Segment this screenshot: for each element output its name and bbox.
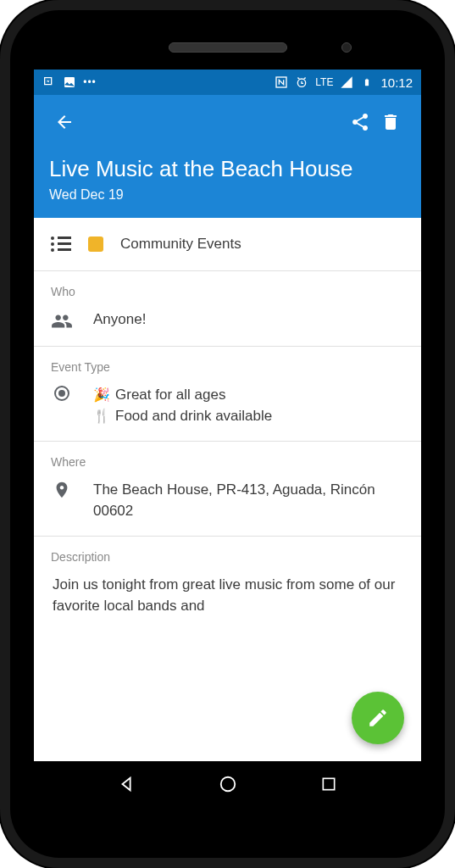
event-date: Wed Dec 19 [49,187,406,203]
network-label: LTE [315,76,333,88]
event-type-row: Event Type 🎉Great for all ages 🍴Food and… [34,347,421,442]
location-icon [51,479,73,499]
battery-icon [360,75,374,89]
description-value: Join us tonight from great live music fr… [51,574,404,617]
delete-button[interactable] [375,107,406,137]
who-value: Anyone! [93,309,404,331]
category-color [88,236,103,252]
list-icon [51,236,71,252]
nav-recent-button[interactable] [318,773,340,795]
where-row[interactable]: Where The Beach House, PR-413, Aguada, R… [34,442,421,537]
trash-icon [380,112,401,132]
square-recent-icon [320,776,337,793]
where-value: The Beach House, PR-413, Aguada, Rincón … [93,479,404,522]
nfc-icon [275,75,288,89]
description-heading: Description [51,550,404,564]
more-icon: ••• [83,75,97,89]
status-time: 10:12 [380,75,413,90]
event-type-values: 🎉Great for all ages 🍴Food and drink avai… [93,384,404,427]
svg-rect-4 [367,79,369,80]
back-button[interactable] [49,107,80,137]
status-bar: ••• LTE 10:12 [34,70,421,95]
where-heading: Where [51,455,404,469]
app-bar: Live Music at the Beach House Wed Dec 19 [34,95,421,218]
category-label: Community Events [120,233,404,255]
who-heading: Who [51,285,404,298]
nav-home-button[interactable] [217,773,239,795]
signal-icon [340,75,353,89]
category-row[interactable]: Community Events [34,218,421,271]
people-icon [51,309,73,332]
phone-speaker [169,42,287,53]
phone-frame: ••• LTE 10:12 [0,0,455,868]
arrow-back-icon [54,112,75,132]
svg-point-5 [220,777,235,792]
party-icon: 🎉 [93,387,110,402]
nav-bar [34,761,421,807]
event-title: Live Music at the Beach House [49,156,406,182]
svg-rect-6 [323,778,334,789]
share-button[interactable] [345,107,375,137]
phone-camera [341,42,352,53]
image-icon [63,75,76,89]
edit-fab[interactable] [352,692,404,744]
event-type-line2: Food and drink available [115,408,272,424]
description-row: Description Join us tonight from great l… [34,537,421,631]
nav-back-button[interactable] [116,773,138,795]
pencil-icon [367,707,389,729]
svg-rect-3 [365,80,369,86]
screen: ••• LTE 10:12 [34,70,421,807]
share-icon [350,112,370,132]
who-row: Who Anyone! [34,271,421,347]
radio-icon [51,384,73,401]
content-area: Community Events Who Anyone! Event Type [34,218,421,761]
cutlery-icon: 🍴 [93,409,110,423]
alarm-icon [295,75,308,89]
sync-icon [42,75,56,89]
event-type-line1: Great for all ages [115,387,225,403]
triangle-back-icon [118,775,136,793]
event-type-heading: Event Type [51,360,404,374]
circle-home-icon [219,775,237,793]
